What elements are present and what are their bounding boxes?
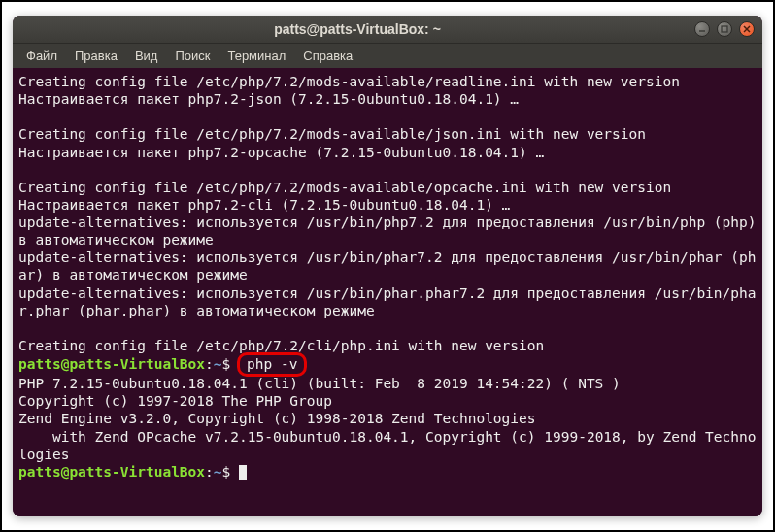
output-line: Zend Engine v3.2.0, Copyright (c) 1998-2… [18, 411, 536, 426]
prompt-user: patts@patts-VirtualBox [18, 464, 205, 480]
menu-search[interactable]: Поиск [167, 46, 218, 66]
terminal-window: patts@patts-VirtualBox: ~ Файл Правка Ви… [13, 16, 762, 516]
prompt-path: ~ [214, 356, 222, 372]
output-line: Настраивается пакет php7.2-json (7.2.15-… [18, 91, 519, 107]
menu-file[interactable]: Файл [18, 46, 65, 66]
terminal-content[interactable]: Creating config file /etc/php/7.2/mods-a… [13, 68, 762, 516]
prompt-colon: : [205, 464, 214, 480]
menu-terminal[interactable]: Терминал [219, 46, 293, 66]
cursor [239, 465, 247, 480]
minimize-button[interactable] [694, 21, 710, 37]
svg-rect-1 [722, 26, 727, 32]
output-line: update-alternatives: используется /usr/b… [18, 285, 757, 318]
output-line: Creating config file /etc/php/7.2/mods-a… [18, 74, 680, 89]
output-line: Creating config file /etc/php/7.2/mods-a… [18, 180, 671, 195]
window-title: patts@patts-VirtualBox: ~ [20, 21, 694, 37]
menu-view[interactable]: Вид [127, 46, 166, 66]
output-line: PHP 7.2.15-0ubuntu0.18.04.1 (cli) (built… [18, 376, 621, 391]
prompt-user: patts@patts-VirtualBox [18, 356, 205, 372]
output-line: Creating config file /etc/php/7.2/cli/ph… [18, 338, 544, 353]
close-button[interactable] [739, 21, 755, 37]
output-line: Настраивается пакет php7.2-cli (7.2.15-0… [18, 197, 510, 213]
output-line: with Zend OPcache v7.2.15-0ubuntu0.18.04… [18, 429, 757, 462]
output-line: Настраивается пакет php7.2-opcache (7.2.… [18, 145, 544, 160]
prompt-dollar: $ [222, 464, 239, 480]
window-controls [694, 21, 755, 37]
titlebar: patts@patts-VirtualBox: ~ [13, 16, 762, 43]
menubar: Файл Правка Вид Поиск Терминал Справка [13, 43, 762, 68]
command-text: php -v [247, 356, 297, 372]
output-line: Copyright (c) 1997-2018 The PHP Group [18, 393, 332, 409]
prompt-colon: : [205, 356, 214, 372]
output-line: Creating config file /etc/php/7.2/mods-a… [18, 126, 646, 142]
menu-help[interactable]: Справка [295, 46, 360, 66]
output-line: update-alternatives: используется /usr/b… [18, 249, 757, 283]
output-line: update-alternatives: используется /usr/b… [18, 215, 762, 248]
menu-edit[interactable]: Правка [67, 46, 125, 66]
maximize-button[interactable] [717, 21, 732, 37]
prompt-path: ~ [214, 464, 222, 480]
highlighted-command: php -v [237, 352, 307, 377]
